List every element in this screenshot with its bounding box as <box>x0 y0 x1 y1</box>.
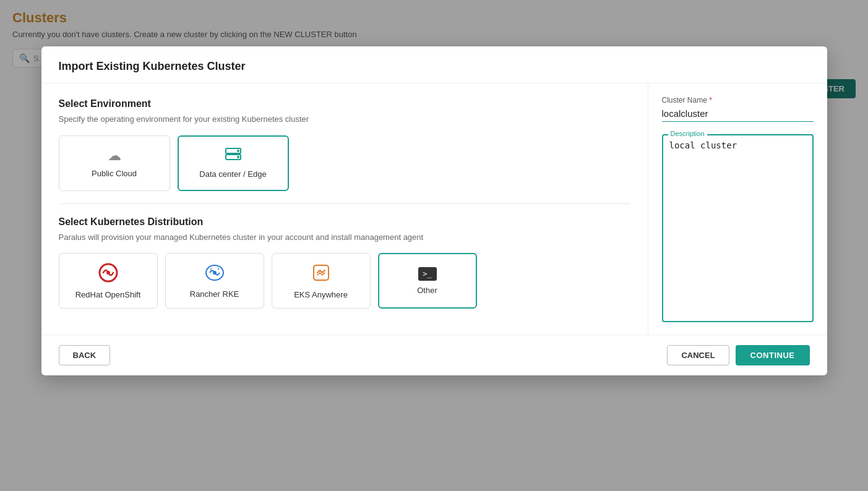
distribution-section-desc: Paralus will provision your managed Kube… <box>59 231 630 244</box>
dist-card-rancher-label: Rancher RKE <box>190 289 239 299</box>
distribution-cards: RedHat OpenShift Ra <box>59 253 630 309</box>
env-card-public-cloud-label: Public Cloud <box>92 169 137 178</box>
dialog-body: Select Environment Specify the operating… <box>41 83 827 335</box>
footer-right-buttons: CANCEL CONTINUE <box>667 345 809 365</box>
dialog-right-panel: Cluster Name Description local cluster <box>648 83 827 335</box>
rancher-icon <box>204 263 225 284</box>
cloud-icon: ☁ <box>108 148 121 164</box>
continue-button[interactable]: CONTINUE <box>736 345 810 365</box>
description-input[interactable]: local cluster <box>669 140 806 314</box>
cluster-name-label: Cluster Name <box>662 96 814 105</box>
distribution-section-title: Select Kubernetes Distribution <box>59 216 630 228</box>
env-card-public-cloud[interactable]: ☁ Public Cloud <box>59 135 170 191</box>
cancel-button[interactable]: CANCEL <box>667 345 729 365</box>
select-distribution-section: Select Kubernetes Distribution Paralus w… <box>59 216 630 309</box>
dialog-title: Import Existing Kubernetes Cluster <box>59 60 810 73</box>
env-card-datacenter-label: Data center / Edge <box>199 169 266 179</box>
dialog-left-panel: Select Environment Specify the operating… <box>41 83 648 335</box>
dist-card-eks-label: EKS Anywhere <box>294 290 348 299</box>
env-card-datacenter-edge[interactable]: Data center / Edge <box>178 135 289 191</box>
dist-card-other[interactable]: >_ Other <box>378 253 477 309</box>
dialog-footer: BACK CANCEL CONTINUE <box>41 335 827 375</box>
page-background: Clusters Currently you don't have cluste… <box>0 0 868 491</box>
dist-card-redhat[interactable]: RedHat OpenShift <box>59 253 158 309</box>
dist-card-other-label: Other <box>417 286 437 295</box>
svg-rect-8 <box>314 265 329 280</box>
section-divider <box>59 203 630 204</box>
select-environment-section: Select Environment Specify the operating… <box>59 98 630 191</box>
environment-cards: ☁ Public Cloud <box>59 135 630 191</box>
svg-point-3 <box>237 156 239 158</box>
description-group: Description local cluster <box>662 134 814 322</box>
description-label: Description <box>668 130 707 137</box>
svg-point-7 <box>213 271 217 275</box>
dialog-header: Import Existing Kubernetes Cluster <box>41 46 827 83</box>
terminal-icon: >_ <box>418 267 437 281</box>
dist-card-rancher[interactable]: Rancher RKE <box>165 253 264 309</box>
environment-section-title: Select Environment <box>59 98 630 109</box>
openshift-icon <box>98 263 118 285</box>
eks-icon <box>311 263 331 285</box>
environment-section-desc: Specify the operating environment for yo… <box>59 113 630 126</box>
svg-point-2 <box>237 150 239 152</box>
dist-card-redhat-label: RedHat OpenShift <box>75 290 141 299</box>
dist-card-eks[interactable]: EKS Anywhere <box>272 253 371 309</box>
dialog: Import Existing Kubernetes Cluster Selec… <box>41 46 827 375</box>
svg-point-5 <box>106 271 110 275</box>
back-button[interactable]: BACK <box>59 345 111 365</box>
cluster-name-input[interactable] <box>662 107 814 122</box>
datacenter-icon <box>225 147 242 164</box>
